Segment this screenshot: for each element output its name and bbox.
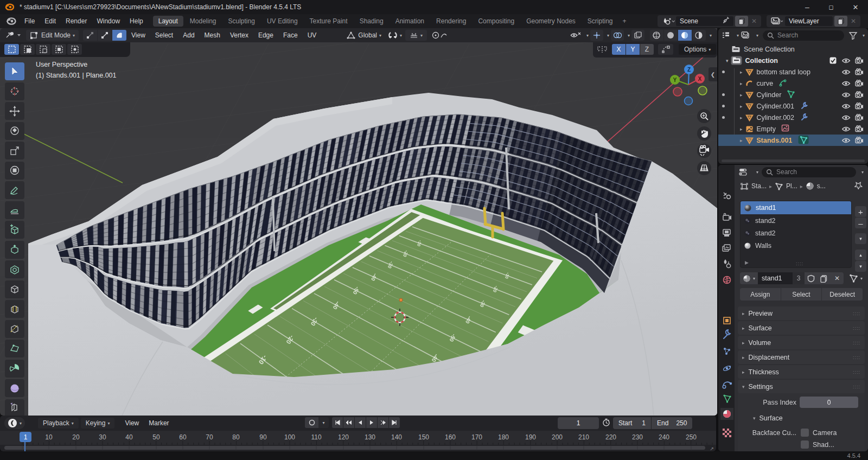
svg-text:230: 230 xyxy=(632,433,643,441)
svg-text:170: 170 xyxy=(471,433,482,441)
svg-text:150: 150 xyxy=(418,433,429,441)
svg-text:110: 110 xyxy=(311,433,321,441)
svg-text:Z: Z xyxy=(687,67,691,73)
svg-text:160: 160 xyxy=(445,433,456,441)
svg-text:250: 250 xyxy=(686,433,697,441)
svg-text:90: 90 xyxy=(259,433,267,441)
svg-text:80: 80 xyxy=(232,433,240,441)
svg-text:190: 190 xyxy=(525,433,536,441)
svg-text:Y: Y xyxy=(673,77,677,83)
svg-text:10: 10 xyxy=(45,433,53,441)
svg-text:130: 130 xyxy=(365,433,375,441)
svg-text:210: 210 xyxy=(578,433,589,441)
svg-text:40: 40 xyxy=(125,433,133,441)
svg-text:50: 50 xyxy=(152,433,160,441)
svg-text:120: 120 xyxy=(338,433,349,441)
svg-text:60: 60 xyxy=(179,433,187,441)
svg-text:20: 20 xyxy=(72,433,80,441)
svg-text:140: 140 xyxy=(391,433,402,441)
svg-text:240: 240 xyxy=(659,433,669,441)
svg-text:1: 1 xyxy=(24,433,28,441)
svg-text:180: 180 xyxy=(498,433,509,441)
svg-text:100: 100 xyxy=(284,433,295,441)
svg-text:220: 220 xyxy=(605,433,616,441)
svg-text:200: 200 xyxy=(552,433,563,441)
svg-text:X: X xyxy=(698,76,702,82)
svg-text:30: 30 xyxy=(99,433,106,441)
svg-text:70: 70 xyxy=(206,433,213,441)
